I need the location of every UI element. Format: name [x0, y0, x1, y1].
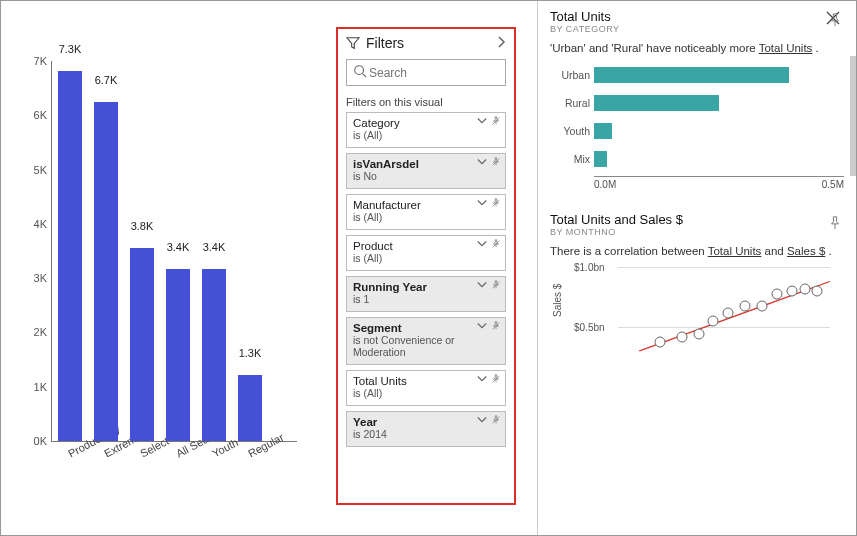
filter-icon: [346, 36, 360, 50]
scatter-point[interactable]: [676, 331, 687, 342]
card2-subtitle: BY MONTHNO: [550, 227, 844, 237]
bar[interactable]: [202, 269, 226, 441]
ytick: 6K: [17, 109, 47, 121]
filter-list: Categoryis (All)isVanArsdelis NoManufact…: [346, 112, 506, 447]
filter-card[interactable]: Categoryis (All): [346, 112, 506, 148]
filter-state: is 2014: [353, 428, 499, 440]
clear-filter-icon[interactable]: [491, 415, 501, 425]
hbar[interactable]: [594, 95, 719, 111]
chevron-down-icon[interactable]: [477, 280, 487, 290]
scatter-point[interactable]: [799, 283, 810, 294]
scatter-point[interactable]: [723, 307, 734, 318]
card2-desc-pre: There is a correlation between: [550, 245, 708, 257]
scatter-point[interactable]: [708, 316, 719, 327]
filter-state: is (All): [353, 211, 499, 223]
chevron-right-icon[interactable]: [496, 36, 506, 51]
clear-filter-icon[interactable]: [491, 321, 501, 331]
hbar-axis: 0.0M0.5M: [594, 176, 844, 197]
scatter-point[interactable]: [772, 288, 783, 299]
scrollbar[interactable]: [850, 56, 856, 176]
filter-card[interactable]: Total Unitsis (All): [346, 370, 506, 406]
filter-card[interactable]: Manufactureris (All): [346, 194, 506, 230]
filters-search[interactable]: [346, 59, 506, 86]
hbar[interactable]: [594, 123, 612, 139]
filter-card[interactable]: Running Yearis 1: [346, 276, 506, 312]
clear-filter-icon[interactable]: [491, 116, 501, 126]
card-total-units: Total Units BY CATEGORY 'Urban' and 'Rur…: [550, 9, 844, 194]
scatter-ytick: $0.5bn: [574, 322, 605, 333]
scatter-chart: Sales $ $0.5bn$1.0bn: [570, 267, 830, 387]
clear-filter-icon[interactable]: [491, 239, 501, 249]
filter-state: is (All): [353, 252, 499, 264]
hbar[interactable]: [594, 67, 789, 83]
filters-panel: Filters Filters on this visual Categoryi…: [336, 27, 516, 505]
hbar-label: Rural: [550, 97, 594, 109]
hbar-row: Rural: [550, 92, 844, 114]
chevron-down-icon[interactable]: [477, 157, 487, 167]
hbar-xtick: 0.0M: [594, 179, 616, 197]
filter-card[interactable]: Yearis 2014: [346, 411, 506, 447]
filter-state: is (All): [353, 387, 499, 399]
filter-card[interactable]: Segmentis not Convenience or Moderation: [346, 317, 506, 365]
filter-state: is No: [353, 170, 499, 182]
card1-subtitle: BY CATEGORY: [550, 24, 844, 34]
bar[interactable]: [166, 269, 190, 441]
chevron-down-icon[interactable]: [477, 198, 487, 208]
bar[interactable]: [238, 375, 262, 441]
scatter-point[interactable]: [757, 300, 768, 311]
ytick: 4K: [17, 218, 47, 230]
card2-desc-link1[interactable]: Total Units: [708, 245, 762, 257]
filters-section-label: Filters on this visual: [346, 96, 506, 108]
card2-desc-link2[interactable]: Sales $: [787, 245, 825, 257]
filter-state: is not Convenience or Moderation: [353, 334, 499, 358]
search-input[interactable]: [367, 65, 521, 81]
svg-point-0: [355, 66, 364, 75]
ytick: 7K: [17, 55, 47, 67]
ytick: 0K: [17, 435, 47, 447]
card1-desc-pre: 'Urban' and 'Rural' have noticeably more: [550, 42, 759, 54]
hbar-row: Youth: [550, 120, 844, 142]
filters-title: Filters: [366, 35, 496, 51]
ytick: 2K: [17, 326, 47, 338]
clear-filter-icon[interactable]: [491, 198, 501, 208]
filter-state: is (All): [353, 129, 499, 141]
chevron-down-icon[interactable]: [477, 415, 487, 425]
hbar-label: Urban: [550, 69, 594, 81]
hbar-chart: UrbanRuralYouthMix0.0M0.5M: [550, 64, 844, 194]
bar-value-label: 1.3K: [230, 347, 270, 359]
chevron-down-icon[interactable]: [477, 116, 487, 126]
bar-value-label: 3.4K: [194, 241, 234, 253]
scatter-ylabel: Sales $: [552, 284, 563, 317]
card1-desc-post: .: [812, 42, 818, 54]
insights-pane: Total Units BY CATEGORY 'Urban' and 'Rur…: [537, 1, 856, 535]
ytick: 5K: [17, 164, 47, 176]
chevron-down-icon[interactable]: [477, 321, 487, 331]
chevron-down-icon[interactable]: [477, 374, 487, 384]
scatter-point[interactable]: [693, 329, 704, 340]
pin-icon[interactable]: [828, 216, 842, 233]
scatter-ytick: $1.0bn: [574, 262, 605, 273]
hbar[interactable]: [594, 151, 607, 167]
main-bar-chart: 7.3KProductivity6.7KExtreme3.8KSelect3.4…: [17, 61, 317, 521]
clear-filter-icon[interactable]: [491, 374, 501, 384]
pin-icon[interactable]: [828, 13, 842, 30]
bar-value-label: 6.7K: [86, 74, 126, 86]
bar[interactable]: [94, 102, 118, 441]
scatter-point[interactable]: [740, 300, 751, 311]
scatter-point[interactable]: [812, 286, 823, 297]
hbar-xtick: 0.5M: [822, 179, 844, 197]
clear-filter-icon[interactable]: [491, 280, 501, 290]
scatter-point[interactable]: [655, 336, 666, 347]
card1-desc-link[interactable]: Total Units: [759, 42, 813, 54]
hbar-row: Mix: [550, 148, 844, 170]
filter-card[interactable]: Productis (All): [346, 235, 506, 271]
bar-value-label: 3.8K: [122, 220, 162, 232]
scatter-point[interactable]: [786, 286, 797, 297]
bar[interactable]: [58, 71, 82, 441]
app-frame: 7.3KProductivity6.7KExtreme3.8KSelect3.4…: [0, 0, 857, 536]
bar[interactable]: [130, 248, 154, 441]
chevron-down-icon[interactable]: [477, 239, 487, 249]
filter-card[interactable]: isVanArsdelis No: [346, 153, 506, 189]
card2-desc: There is a correlation between Total Uni…: [550, 243, 844, 259]
clear-filter-icon[interactable]: [491, 157, 501, 167]
